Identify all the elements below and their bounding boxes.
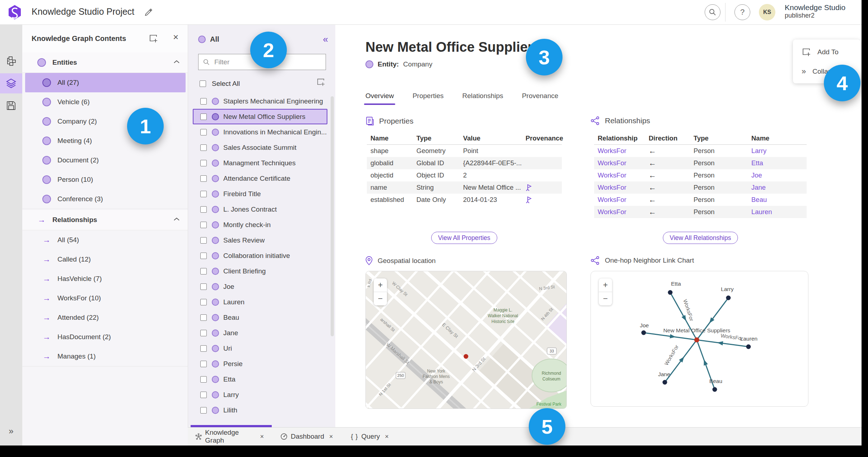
collapse-panel-button[interactable]: « (323, 34, 328, 45)
edit-title-icon[interactable] (144, 7, 153, 16)
entity-link[interactable]: Joe (748, 171, 807, 179)
entity-link[interactable]: Etta (748, 159, 807, 167)
entities-section-header[interactable]: Entities (22, 52, 188, 73)
relationships-list-item[interactable]: →Manages (1) (25, 347, 186, 366)
close-tab-icon[interactable]: × (385, 433, 389, 440)
item-checkbox[interactable] (200, 129, 207, 135)
tab-relationships[interactable]: Relationships (462, 92, 503, 105)
item-checkbox[interactable] (200, 98, 207, 105)
list-item[interactable]: Client Briefing (193, 263, 327, 279)
zoom-in-button[interactable]: + (599, 278, 612, 292)
chart-node[interactable] (713, 387, 717, 392)
list-item[interactable]: Persie (193, 356, 327, 371)
list-item[interactable]: Attendance Certificate (193, 171, 327, 186)
select-all-row[interactable]: Select All (200, 78, 240, 89)
chart-center-node[interactable] (694, 337, 699, 342)
add-to-menu-item[interactable]: Add To (802, 47, 839, 57)
item-checkbox[interactable] (200, 407, 207, 414)
item-checkbox[interactable] (200, 268, 207, 274)
close-panel-button[interactable]: × (173, 32, 178, 43)
list-item[interactable]: Etta (193, 371, 327, 387)
list-item[interactable]: Montly check-in (193, 217, 327, 232)
list-item[interactable]: Beau (193, 310, 327, 325)
relationship-link[interactable]: WorksFor (594, 208, 645, 216)
view-all-properties-button[interactable]: View All Properties (431, 232, 497, 244)
one-hop-link-chart[interactable]: WorksForWorksForWorksForEttaLarryJoeLaur… (591, 271, 808, 407)
tab-query[interactable]: { } Query × (346, 428, 393, 446)
geospatial-map[interactable]: 25033 k RdW Clay StN 3rd StMaggie L.Walk… (365, 271, 567, 409)
tab-knowledge-graph[interactable]: Knowledge Graph × (188, 428, 269, 446)
help-button[interactable]: ? (734, 4, 750, 20)
item-checkbox[interactable] (200, 160, 207, 166)
relationships-list-item[interactable]: →Attended (22) (25, 308, 186, 327)
item-checkbox[interactable] (200, 361, 207, 367)
item-checkbox[interactable] (200, 114, 207, 120)
expand-rail-button[interactable]: » (0, 424, 22, 438)
user-avatar[interactable]: KS (759, 4, 775, 20)
zoom-out-button[interactable]: − (374, 292, 387, 305)
chart-node[interactable] (726, 296, 731, 300)
list-item[interactable]: New Metal Office Suppliers (193, 109, 327, 124)
close-tab-icon[interactable]: × (329, 433, 333, 440)
chart-node[interactable] (641, 331, 646, 335)
list-item[interactable]: Sales Associate Summit (193, 140, 327, 155)
list-item[interactable]: Lauren (193, 294, 327, 310)
item-checkbox[interactable] (200, 299, 207, 305)
close-tab-icon[interactable]: × (260, 433, 264, 440)
list-item[interactable]: Sales Review (193, 232, 327, 248)
relationships-list-item[interactable]: →All (54) (25, 230, 186, 250)
item-checkbox[interactable] (200, 237, 207, 244)
chart-node[interactable] (668, 290, 673, 295)
item-checkbox[interactable] (200, 376, 207, 383)
zoom-in-button[interactable]: + (374, 278, 387, 292)
tab-dashboard[interactable]: Dashboard × (275, 428, 338, 446)
list-item[interactable]: Uri (193, 341, 327, 356)
relationship-link[interactable]: WorksFor (594, 147, 645, 155)
zoom-out-button[interactable]: − (599, 292, 612, 305)
entity-link[interactable]: Lauren (748, 208, 807, 216)
entity-link[interactable]: Beau (748, 196, 807, 204)
list-item[interactable]: L. Jones Contract (193, 202, 327, 217)
list-item[interactable]: Lilith (193, 402, 327, 418)
list-item[interactable]: Larry (193, 387, 327, 402)
list-scrollbar[interactable] (331, 96, 334, 336)
list-item[interactable]: Collaboration initiative (193, 248, 327, 263)
select-all-checkbox[interactable] (200, 80, 206, 87)
item-checkbox[interactable] (200, 175, 207, 182)
save-tool-button[interactable] (0, 96, 22, 116)
hierarchy-tool-button[interactable] (0, 51, 22, 71)
search-button[interactable] (705, 4, 720, 20)
add-selection-button[interactable] (316, 78, 325, 87)
tab-overview[interactable]: Overview (365, 92, 394, 105)
item-checkbox[interactable] (200, 314, 207, 321)
item-checkbox[interactable] (200, 222, 207, 228)
relationships-section-header[interactable]: → Relationships (22, 210, 188, 230)
list-item[interactable]: Joe (193, 279, 327, 294)
item-checkbox[interactable] (200, 144, 207, 151)
relationship-link[interactable]: WorksFor (594, 171, 645, 179)
chart-node[interactable] (746, 345, 751, 349)
entities-list-item[interactable]: All (27) (25, 73, 186, 92)
relationship-link[interactable]: WorksFor (594, 159, 645, 167)
tab-provenance[interactable]: Provenance (522, 92, 558, 105)
list-item[interactable]: Jane (193, 325, 327, 341)
list-item[interactable]: Staplers Mechanical Engineering (193, 93, 327, 109)
entities-list-item[interactable]: Vehicle (6) (25, 92, 186, 112)
relationship-link[interactable]: WorksFor (594, 196, 645, 204)
relationships-list-item[interactable]: →HasDocument (2) (25, 327, 186, 347)
item-checkbox[interactable] (200, 253, 207, 259)
item-checkbox[interactable] (200, 191, 207, 197)
entity-link[interactable]: Jane (748, 184, 807, 191)
relationships-list-item[interactable]: →Called (12) (25, 250, 186, 269)
list-item[interactable]: Managment Techniques (193, 155, 327, 171)
view-all-relationships-button[interactable]: View All Relationships (663, 232, 738, 244)
item-checkbox[interactable] (200, 330, 207, 336)
chart-node[interactable] (663, 380, 667, 385)
entity-link[interactable]: Larry (748, 147, 807, 155)
entities-list-item[interactable]: Document (2) (25, 151, 186, 170)
relationships-list-item[interactable]: →WorksFor (10) (25, 288, 186, 308)
relationships-list-item[interactable]: →HasVehicle (7) (25, 269, 186, 288)
tab-properties[interactable]: Properties (412, 92, 444, 105)
layers-tool-button[interactable] (0, 73, 22, 93)
item-checkbox[interactable] (200, 345, 207, 352)
